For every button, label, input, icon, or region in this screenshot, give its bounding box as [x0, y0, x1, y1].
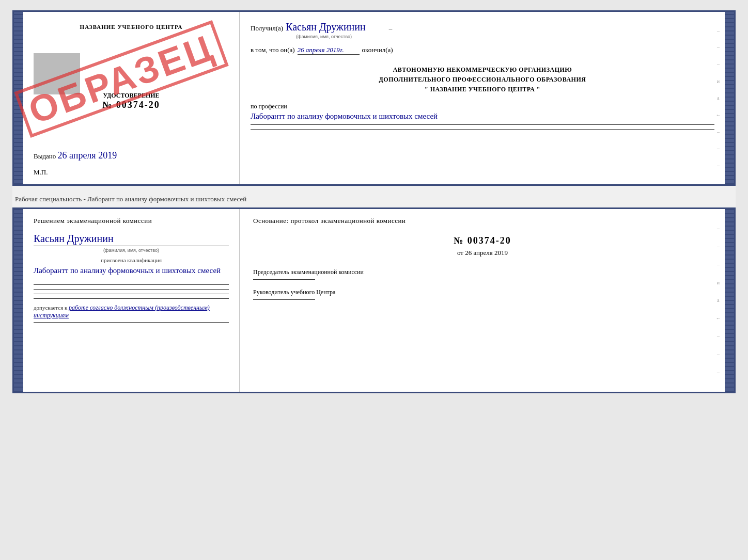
date-value-top: 26 апреля 2019г. [298, 46, 360, 55]
bottom-name-line: Касьян Дружинин [34, 233, 229, 246]
bottom-spine-left [14, 209, 23, 392]
name-caption-top: (фамилия, имя, отчество) [296, 34, 352, 39]
cert-info-block: УДОСТОВЕРЕНИЕ № 00374-20 [34, 92, 229, 110]
cert-mp: М.П. [34, 168, 48, 177]
date-value-bottom: 26 апреля 2019 [465, 249, 508, 257]
director-sig-line [253, 299, 315, 300]
underline-1 [251, 124, 714, 125]
underline-2 [251, 129, 714, 130]
bottom-name: Касьян Дружинин [34, 233, 114, 244]
dash-1: – [389, 24, 393, 33]
profession-block: по профессии Лаборантт по анализу формов… [251, 103, 714, 130]
director-block: Руководитель учебного Центра [253, 287, 712, 300]
chairman-block: Председатель экзаменационной комиссии [253, 267, 712, 280]
org-line3: " НАЗВАНИЕ УЧЕБНОГО ЦЕНТРА " [251, 85, 714, 94]
top-left-panel: НАЗВАНИЕ УЧЕБНОГО ЦЕНТРА ОБРАЗЕЦ УДОСТОВ… [23, 12, 240, 184]
photo-placeholder [34, 53, 80, 94]
director-label: Руководитель учебного Центра [253, 287, 712, 297]
qual-value: Лаборантт по анализу формовочных и шихто… [34, 265, 229, 277]
between-label: Рабочая специальность - Лаборант по анал… [12, 191, 736, 207]
protocol-number: № 00374-20 [253, 235, 712, 246]
cert-issued: Выдано 26 апреля 2019 [34, 150, 117, 161]
profession-value: Лаборантт по анализу формовочных и шихто… [251, 110, 714, 122]
issued-date: 26 апреля 2019 [58, 150, 117, 161]
bottom-name-caption: (фамилия, имя, отчество) [34, 248, 229, 253]
bottom-spine-right [725, 209, 734, 392]
date-prefix-bottom: от [457, 249, 463, 257]
received-line: Получил(а) Касьян Дружинин (фамилия, имя… [251, 21, 714, 33]
chairman-label: Председатель экзаменационной комиссии [253, 267, 712, 277]
top-right-panel: Получил(а) Касьян Дружинин (фамилия, имя… [240, 12, 725, 184]
basis-title: Основание: протокол экзаменационной коми… [253, 217, 712, 225]
date-line-top: в том, что он(а) 26 апреля 2019г. окончи… [251, 46, 714, 55]
received-prefix: Получил(а) [251, 24, 283, 33]
org-line2: ДОПОЛНИТЕЛЬНОГО ПРОФЕССИОНАЛЬНОГО ОБРАЗО… [251, 75, 714, 85]
allowed-prefix: допускается к [34, 305, 67, 311]
underline-allowed [34, 322, 229, 323]
bottom-document: Решением экзаменационной комиссии Касьян… [12, 207, 736, 393]
finished-label: окончил(а) [362, 46, 393, 54]
number-value: 00374-20 [467, 235, 511, 246]
top-spine-left [14, 12, 23, 184]
received-name-text: Касьян Дружинин [286, 21, 366, 33]
profession-prefix: по профессии [251, 103, 714, 110]
decision-title: Решением экзаменационной комиссии [34, 217, 229, 225]
qual-label: присвоена квалификация [34, 257, 229, 263]
right-side-marks: – – – и а ← – – – [714, 12, 722, 184]
bottom-right-side-marks: – – – и а ← – – – [714, 209, 722, 392]
org-block: АВТОНОМНУЮ НЕКОММЕРЧЕСКУЮ ОРГАНИЗАЦИЮ ДО… [251, 65, 714, 95]
cert-number: № 00374-20 [34, 100, 229, 110]
underlines-block [34, 284, 229, 299]
received-name: Касьян Дружинин (фамилия, имя, отчество) [286, 21, 366, 33]
org-title-top: НАЗВАНИЕ УЧЕБНОГО ЦЕНТРА [34, 24, 229, 30]
chairman-sig-line [253, 279, 315, 280]
bottom-right-panel: Основание: протокол экзаменационной коми… [240, 209, 725, 392]
protocol-date: от 26 апреля 2019 [253, 249, 712, 257]
cert-number-box: УДОСТОВЕРЕНИЕ № 00374-20 [34, 92, 229, 110]
date-prefix-top: в том, что он(а) [251, 46, 295, 54]
top-document: НАЗВАНИЕ УЧЕБНОГО ЦЕНТРА ОБРАЗЕЦ УДОСТОВ… [12, 10, 736, 186]
org-line1: АВТОНОМНУЮ НЕКОММЕРЧЕСКУЮ ОРГАНИЗАЦИЮ [251, 65, 714, 75]
allowed-block: допускается к работе согласно должностны… [34, 304, 229, 319]
top-spine-right [725, 12, 734, 184]
issued-label: Выдано [34, 152, 56, 160]
number-prefix: № [454, 235, 464, 246]
bottom-left-panel: Решением экзаменационной комиссии Касьян… [23, 209, 240, 392]
